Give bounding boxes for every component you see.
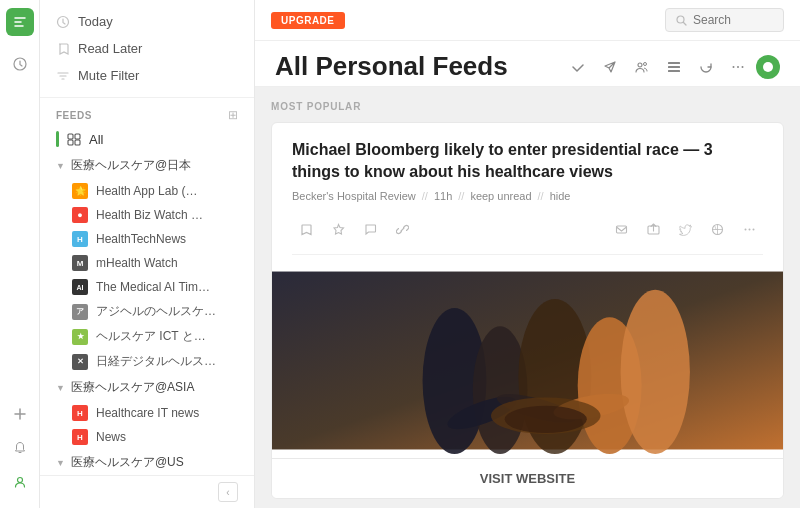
sidebar: Today Read Later Mute Filter FEEDS ⊞ [40,0,255,508]
svg-rect-12 [668,70,680,72]
article-hide[interactable]: hide [550,190,571,202]
nav-icon-user[interactable] [6,468,34,496]
upgrade-button[interactable]: UPGRADE [271,12,345,29]
most-popular-label: MOST POPULAR [271,101,784,112]
article-keep-unread[interactable]: keep unread [470,190,531,202]
list-item[interactable]: 🌟 Health App Lab (… [40,179,254,203]
svg-rect-10 [668,62,680,64]
sidebar-nav: Today Read Later Mute Filter [40,0,254,98]
search-box[interactable] [665,8,784,32]
feed-logo: ア [72,304,88,320]
article-time: 11h [434,190,452,202]
svg-rect-6 [75,140,80,145]
feed-name: ヘルスケア ICT と… [96,328,206,345]
feed-logo: ✕ [72,354,88,370]
article-actions [292,212,763,255]
sidebar-item-today[interactable]: Today [40,8,254,35]
feed-logo: H [72,429,88,445]
list-item[interactable]: ● Health Biz Watch … [40,203,254,227]
wordpress-icon[interactable] [703,216,731,244]
article-image [272,263,783,458]
toolbar-people-icon[interactable] [628,53,656,81]
chevron-icon: ▼ [56,161,65,171]
toolbar-send-icon[interactable] [596,53,624,81]
nav-icon-add[interactable] [6,400,34,428]
list-item[interactable]: H News [40,425,254,449]
svg-point-16 [763,62,773,72]
active-filter-indicator[interactable] [756,55,780,79]
article-card: Michael Bloomberg likely to enter presid… [271,122,784,499]
feed-name: Healthcare IT news [96,406,199,420]
feed-all-item[interactable]: All [40,126,254,152]
nav-icon-bell[interactable] [6,434,34,462]
svg-rect-3 [68,134,73,139]
left-strip [0,0,40,508]
twitter-icon[interactable] [671,216,699,244]
nav-icon-today[interactable] [6,50,34,78]
feed-logo: ★ [72,329,88,345]
feed-logo: H [72,231,88,247]
list-item[interactable]: H Healthcare IT news [40,401,254,425]
feeds-label: FEEDS [56,110,92,121]
feed-all-label: All [89,132,103,147]
feed-group-us[interactable]: ▼ 医療ヘルスケア@US [40,449,254,475]
sidebar-collapse-button[interactable]: ‹ [218,482,238,502]
feed-name: Health Biz Watch … [96,208,203,222]
bookmark-icon[interactable] [292,216,320,244]
more-icon[interactable] [735,216,763,244]
page-title: All Personal Feeds [275,51,508,82]
search-input[interactable] [693,13,773,27]
article-image-svg [272,263,783,458]
feed-name: 日経デジタルヘルス… [96,353,216,370]
article-feed: MOST POPULAR Michael Bloomberg likely to… [255,87,800,508]
chevron-icon: ▼ [56,383,65,393]
sidebar-item-mute-filter[interactable]: Mute Filter [40,62,254,89]
feed-group-name: 医療ヘルスケア@日本 [71,157,191,174]
link-icon[interactable] [388,216,416,244]
feed-group-asia[interactable]: ▼ 医療ヘルスケア@ASIA [40,374,254,401]
feed-name: アジヘルのヘルスケ… [96,303,216,320]
list-item[interactable]: M mHealth Watch [40,251,254,275]
app-logo [6,8,34,36]
feed-logo: 🌟 [72,183,88,199]
list-item[interactable]: ✕ 日経デジタルヘルス… [40,349,254,374]
sidebar-item-read-later[interactable]: Read Later [40,35,254,62]
toolbar-list-icon[interactable] [660,53,688,81]
toolbar-refresh-icon[interactable] [692,53,720,81]
svg-point-33 [505,405,587,432]
toolbar-more-icon[interactable] [724,53,752,81]
star-icon[interactable] [324,216,352,244]
share-icon[interactable] [639,216,667,244]
feed-active-indicator [56,131,59,147]
visit-website-button[interactable]: VISIT WEBSITE [272,458,783,498]
comment-icon[interactable] [356,216,384,244]
svg-rect-11 [668,66,680,68]
article-header: Michael Bloomberg likely to enter presid… [272,123,783,263]
feed-logo: ● [72,207,88,223]
list-item[interactable]: ★ ヘルスケア ICT と… [40,324,254,349]
feeds-actions: ⊞ [228,108,238,122]
svg-point-13 [733,66,735,68]
article-source: Becker's Hospital Review [292,190,416,202]
svg-rect-5 [68,140,73,145]
feed-group-japan[interactable]: ▼ 医療ヘルスケア@日本 [40,152,254,179]
article-meta: Becker's Hospital Review // 11h // keep … [292,190,763,202]
toolbar-check-icon[interactable] [564,53,592,81]
article-title: Michael Bloomberg likely to enter presid… [292,139,763,184]
svg-point-1 [17,478,22,483]
svg-point-14 [737,66,739,68]
feed-name: HealthTechNews [96,232,186,246]
feeds-header: FEEDS ⊞ [40,98,254,126]
feeds-arrange-icon[interactable]: ⊞ [228,108,238,122]
feed-name: Health App Lab (… [96,184,197,198]
svg-point-9 [644,62,647,65]
svg-point-15 [742,66,744,68]
list-item[interactable]: ア アジヘルのヘルスケ… [40,299,254,324]
svg-point-22 [752,229,754,231]
main-content-area: UPGRADE All Personal Feeds [255,0,800,508]
email-icon[interactable] [607,216,635,244]
list-item[interactable]: H HealthTechNews [40,227,254,251]
svg-point-21 [748,229,750,231]
chevron-icon: ▼ [56,458,65,468]
list-item[interactable]: AI The Medical AI Tim… [40,275,254,299]
